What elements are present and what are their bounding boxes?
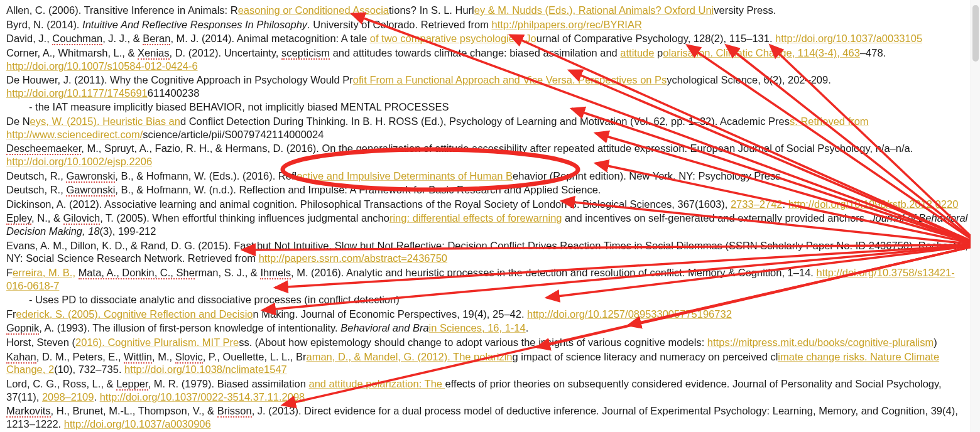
hyperlink[interactable]: 2098–2109	[42, 391, 94, 402]
hyperlink[interactable]: http://doi.org/	[6, 87, 67, 99]
hyperlink[interactable]: 10.1177/1745691	[67, 87, 147, 99]
hyperlink[interactable]: http://doi.org/10.1257/08953300577519673…	[527, 308, 732, 320]
reference-entry: Ferreira, M. B., Mata, A., Donkin, C., S…	[6, 266, 974, 292]
reference-entry: Deutsch, R., Gawronski, B., & Hofmann, W…	[6, 183, 974, 197]
hyperlink[interactable]: http://doi.org/10.1037/a0033105	[775, 33, 922, 44]
reference-entry: De Houwer, J. (2011). Why the Cognitive …	[6, 73, 974, 99]
reference-entry: Gopnik, A. (1993). The illusion of first…	[6, 321, 974, 335]
spellcheck-underline: Xenias	[138, 47, 169, 60]
hyperlink[interactable]: http://doi.org/10.1037/a0030906	[64, 418, 211, 429]
hyperlink[interactable]: http://doi.org/10.1098/rstb.2012.0220	[788, 198, 959, 210]
spellcheck-underline: Slovic	[175, 351, 203, 364]
reference-entry: Lord, C. G., Ross, L., & Lepper, M. R. (…	[6, 377, 974, 403]
hyperlink[interactable]: http://doi.org/	[6, 156, 67, 167]
spellcheck-underline: Ihmels	[260, 267, 291, 279]
spellcheck-underline: Markovits	[6, 405, 51, 418]
scrollbar-track[interactable]	[971, 0, 980, 432]
hyperlink[interactable]: ective and Impulsive Determinants of Hum…	[297, 170, 513, 181]
reference-entry: Markovits, H., Brunet, M.-L., Thompson, …	[6, 404, 974, 430]
hyperlink[interactable]: of two comparative psychologies. Jo	[370, 33, 536, 44]
spellcheck-underline: Gawronski	[66, 184, 115, 197]
hyperlink[interactable]: 2733–2742	[731, 198, 783, 210]
spellcheck-underline: Gopnik	[6, 322, 39, 335]
spellcheck-underline: Wittlin	[124, 351, 152, 364]
reference-note: - Uses PD to dissociate analytic and dis…	[6, 293, 974, 306]
spellcheck-underline: scepticism	[281, 47, 330, 60]
reference-entry: Descheemaeker, M., Spruyt, A., Fazio, R.…	[6, 142, 974, 168]
reference-entry: Byrd, N. (2014). Intuitive And Reflectiv…	[6, 18, 974, 31]
hyperlink[interactable]: http://doi.org/	[6, 60, 67, 72]
hyperlink[interactable]: eys, W. (2015). Heuristic Bias an	[30, 116, 180, 127]
spellcheck-underline: Gilovich	[63, 212, 101, 225]
reference-entry: Frederick, S. (2005). Cognitive Reflecti…	[6, 308, 974, 321]
hyperlink[interactable]: 2	[48, 364, 54, 375]
hyperlink[interactable]: 10.1002/ejsp.2206	[67, 156, 152, 167]
reference-entry: Corner, A., Whitmarsh, L., & Xenias, D. …	[6, 46, 974, 72]
hyperlink[interactable]: http://papers.ssrn.com/abstract=2436750	[259, 252, 447, 264]
reference-note: - the IAT measure implicitly biased BEHA…	[6, 100, 974, 114]
reference-entry: Evans, A. M., Dillon, K. D., & Rand, D. …	[6, 239, 974, 265]
hyperlink[interactable]: ring: differential effects of forewarnin…	[389, 212, 562, 224]
spellcheck-underline: Kahan	[6, 351, 36, 364]
hyperlink[interactable]: https://mitpress.mit.edu/books/cognitive…	[707, 337, 934, 348]
spellcheck-underline: Lepper	[116, 378, 148, 391]
spellcheck-underline: Epley	[6, 212, 31, 225]
spellcheck-underline: Mata, A., Donkin, C., She	[79, 267, 195, 279]
hyperlink[interactable]: erreira, M. B.,	[13, 267, 75, 278]
spellcheck-underline: Descheemaeker	[6, 143, 81, 155]
reference-entry: Epley, N., & Gilovich, T. (2005). When e…	[6, 212, 974, 237]
hyperlink[interactable]: aman, D., & Mandel, G. (2012). The polar…	[307, 351, 513, 362]
italic-text: Behavioral and Bra	[340, 322, 428, 333]
hyperlink[interactable]: in Sciences, 16, 1-14	[429, 322, 526, 333]
hyperlink[interactable]: ederick, S. (2005). Cognitive Reflection…	[16, 308, 253, 320]
hyperlink[interactable]: ey & M. Nudds (Eds.), Rational Animals? …	[474, 4, 714, 16]
hyperlink[interactable]: http://philpapers.org/rec/BYRIAR	[492, 19, 642, 30]
reference-entry: Dickinson, A. (2012). Associative learni…	[6, 198, 974, 211]
scrollbar-thumb[interactable]	[972, 5, 979, 62]
reference-list: Allen, C. (2006). Transitive Inference i…	[0, 0, 980, 432]
hyperlink[interactable]: http://doi.org/10.3758/	[816, 267, 917, 278]
spellcheck-underline: Gawronski	[66, 170, 115, 183]
hyperlink[interactable]: and attitude polarization: The	[308, 378, 445, 389]
spellcheck-underline: Couchman	[52, 33, 102, 45]
reference-entry: David, J., Couchman, J. J., & Beran, M. …	[6, 32, 974, 45]
reference-entry: Allen, C. (2006). Transitive Inference i…	[6, 4, 974, 17]
reference-entry: De Neys, W. (2015). Heuristic Bias and C…	[6, 115, 974, 141]
reference-entry: Horst, Steven (2016). Cognitive Pluralis…	[6, 336, 974, 349]
reference-entry: Deutsch, R., Gawronski, B., & Hofmann, W…	[6, 170, 974, 183]
reference-entry: Kahan, D. M., Peters, E., Wittlin, M., S…	[6, 350, 974, 376]
spellcheck-underline: Brisson	[217, 405, 252, 418]
hyperlink[interactable]: 2016). Cognitive Pluralism. MIT Pre	[75, 337, 239, 348]
hyperlink[interactable]: easoning or Conditioned Associa	[238, 4, 389, 16]
hyperlink[interactable]: olarisation. Climatic Change, 114(3-4), …	[663, 47, 860, 58]
hyperlink[interactable]: attitude	[620, 47, 654, 58]
hyperlink[interactable]: http://doi.org/10.1037/0022-3514.37.11.2…	[100, 391, 305, 402]
hyperlink[interactable]: www.sciencedirect.com/	[32, 129, 143, 140]
hyperlink[interactable]: ofit From a Functional Approach and Vice…	[353, 74, 667, 85]
hyperlink[interactable]: http://doi.org/10.1038/nclimate1547	[124, 364, 287, 375]
italic-text: Intuitive And Reflective Responses In Ph…	[82, 19, 307, 30]
spellcheck-underline: Beran	[143, 33, 170, 45]
hyperlink[interactable]: 10.1007/s10584-012-0424-6	[67, 60, 197, 72]
